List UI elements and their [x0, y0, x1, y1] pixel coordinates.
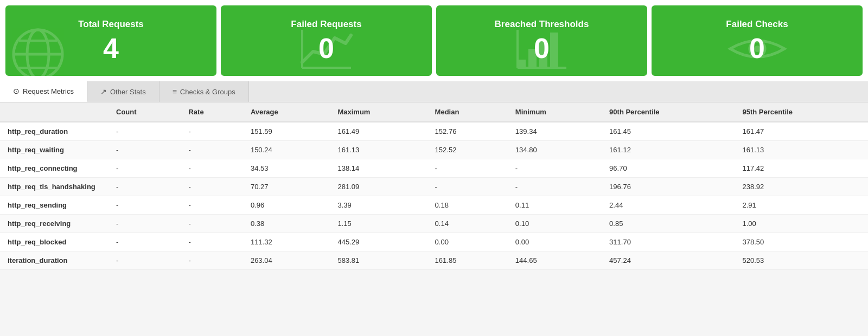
cell-p95: 2.91 — [735, 196, 869, 215]
table-row: http_req_tls_handshaking - - 70.27 281.0… — [0, 178, 868, 196]
cell-p95: 1.00 — [735, 215, 869, 233]
cell-minimum: 144.65 — [508, 251, 602, 270]
table-row: http_req_sending - - 0.96 3.39 0.18 0.11… — [0, 196, 868, 215]
cell-maximum: 445.29 — [330, 233, 427, 251]
cell-median: 152.52 — [427, 141, 508, 159]
col-header-median: Median — [427, 102, 508, 122]
tab-request-metrics[interactable]: ⊙ Request Metrics — [0, 81, 87, 102]
col-header-rate: Rate — [181, 102, 242, 122]
cell-metric: iteration_duration — [0, 251, 108, 270]
cell-average: 150.24 — [243, 141, 330, 159]
cell-p95: 161.47 — [735, 122, 869, 141]
table-row: http_req_duration - - 151.59 161.49 152.… — [0, 122, 868, 141]
tab-other-stats[interactable]: ↗ Other Stats — [87, 81, 159, 102]
cell-count: - — [108, 141, 181, 159]
cell-p90: 196.76 — [602, 178, 735, 196]
cell-p90: 161.45 — [602, 122, 735, 141]
cell-metric: http_req_connecting — [0, 159, 108, 178]
cell-minimum: 0.11 — [508, 196, 602, 215]
cell-rate: - — [181, 215, 242, 233]
cell-maximum: 1.15 — [330, 215, 427, 233]
cell-p95: 117.42 — [735, 159, 869, 178]
cell-minimum: - — [508, 159, 602, 178]
table-section: Count Rate Average Maximum Median Minimu… — [0, 102, 868, 270]
card-value-failed-checks: 0 — [749, 34, 765, 62]
cell-minimum: 0.10 — [508, 215, 602, 233]
card-title-failed-checks: Failed Checks — [726, 19, 788, 30]
card-title-total-requests: Total Requests — [78, 19, 144, 30]
col-header-minimum: Minimum — [508, 102, 602, 122]
col-header-average: Average — [243, 102, 330, 122]
svg-rect-10 — [550, 33, 558, 68]
cell-maximum: 583.81 — [330, 251, 427, 270]
cell-minimum: 134.80 — [508, 141, 602, 159]
cell-maximum: 161.13 — [330, 141, 427, 159]
cell-count: - — [108, 196, 181, 215]
tab-icon-checks-groups: ≡ — [173, 87, 177, 96]
table-header-row: Count Rate Average Maximum Median Minimu… — [0, 102, 868, 122]
stat-card-total-requests: Total Requests 4 — [5, 5, 216, 76]
cell-count: - — [108, 251, 181, 270]
cell-maximum: 138.14 — [330, 159, 427, 178]
cell-metric: http_req_sending — [0, 196, 108, 215]
cell-count: - — [108, 159, 181, 178]
cell-rate: - — [181, 178, 242, 196]
cell-median: 152.76 — [427, 122, 508, 141]
col-header-p95: 95th Percentile — [735, 102, 869, 122]
cell-p95: 378.50 — [735, 233, 869, 251]
tab-checks-groups[interactable]: ≡ Checks & Groups — [159, 81, 249, 102]
col-header-maximum: Maximum — [330, 102, 427, 122]
table-row: http_req_connecting - - 34.53 138.14 - -… — [0, 159, 868, 178]
cell-rate: - — [181, 196, 242, 215]
cell-average: 0.38 — [243, 215, 330, 233]
tab-icon-other-stats: ↗ — [100, 87, 107, 96]
col-header-count: Count — [108, 102, 181, 122]
cell-rate: - — [181, 141, 242, 159]
cell-p95: 161.13 — [735, 141, 869, 159]
cell-p90: 311.70 — [602, 233, 735, 251]
cell-maximum: 3.39 — [330, 196, 427, 215]
cell-median: 0.14 — [427, 215, 508, 233]
cell-minimum: - — [508, 178, 602, 196]
tab-label-other-stats: Other Stats — [110, 88, 146, 96]
tab-icon-request-metrics: ⊙ — [13, 87, 20, 95]
cell-average: 263.04 — [243, 251, 330, 270]
cell-p90: 457.24 — [602, 251, 735, 270]
cell-metric: http_req_tls_handshaking — [0, 178, 108, 196]
stat-cards: Total Requests 4 Failed Requests 0 Breac… — [0, 0, 868, 81]
card-title-breached-thresholds: Breached Thresholds — [495, 19, 589, 30]
cell-average: 111.32 — [243, 233, 330, 251]
table-row: http_req_waiting - - 150.24 161.13 152.5… — [0, 141, 868, 159]
cell-average: 34.53 — [243, 159, 330, 178]
cell-p90: 0.85 — [602, 215, 735, 233]
card-value-total-requests: 4 — [103, 34, 119, 62]
stat-card-breached-thresholds: Breached Thresholds 0 — [436, 5, 647, 76]
svg-rect-7 — [518, 60, 526, 68]
cell-metric: http_req_duration — [0, 122, 108, 141]
cell-median: 0.18 — [427, 196, 508, 215]
cell-rate: - — [181, 233, 242, 251]
cell-average: 0.96 — [243, 196, 330, 215]
tab-label-request-metrics: Request Metrics — [23, 87, 74, 95]
table-row: http_req_receiving - - 0.38 1.15 0.14 0.… — [0, 215, 868, 233]
cell-metric: http_req_waiting — [0, 141, 108, 159]
cell-count: - — [108, 215, 181, 233]
cell-count: - — [108, 233, 181, 251]
cell-metric: http_req_receiving — [0, 215, 108, 233]
col-header-p90: 90th Percentile — [602, 102, 735, 122]
cell-count: - — [108, 122, 181, 141]
cell-maximum: 161.49 — [330, 122, 427, 141]
cell-median: - — [427, 159, 508, 178]
cell-median: - — [427, 178, 508, 196]
cell-median: 0.00 — [427, 233, 508, 251]
card-value-breached-thresholds: 0 — [534, 34, 550, 62]
cell-maximum: 281.09 — [330, 178, 427, 196]
card-value-failed-requests: 0 — [318, 34, 334, 62]
cell-count: - — [108, 178, 181, 196]
metrics-table: Count Rate Average Maximum Median Minimu… — [0, 102, 868, 270]
cell-rate: - — [181, 251, 242, 270]
cell-p95: 520.53 — [735, 251, 869, 270]
cell-p90: 2.44 — [602, 196, 735, 215]
tab-bar: ⊙ Request Metrics↗ Other Stats≡ Checks &… — [0, 81, 868, 102]
tab-label-checks-groups: Checks & Groups — [180, 88, 235, 96]
